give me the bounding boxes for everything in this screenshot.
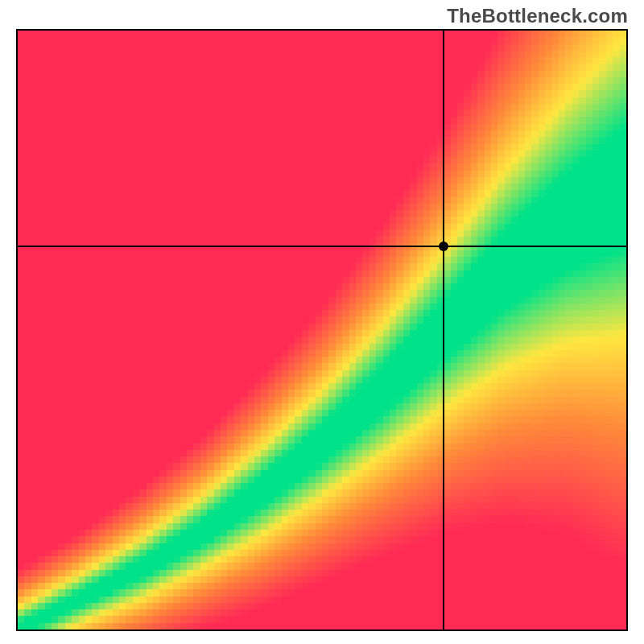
heatmap-canvas [18, 31, 626, 630]
marker-point [439, 242, 448, 251]
crosshair-vertical [443, 31, 444, 630]
heatmap-plot [16, 29, 628, 631]
crosshair-horizontal [18, 246, 626, 247]
watermark-text: TheBottleneck.com [447, 5, 628, 27]
